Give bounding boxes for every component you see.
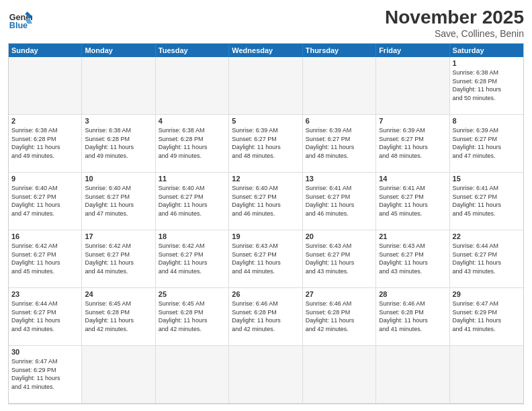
day-info: Sunrise: 6:38 AM Sunset: 6:28 PM Dayligh… (85, 126, 152, 160)
day-cell-11: 11Sunrise: 6:40 AM Sunset: 6:27 PM Dayli… (156, 173, 229, 230)
day-cell-26: 26Sunrise: 6:46 AM Sunset: 6:28 PM Dayli… (229, 288, 302, 346)
day-number: 3 (85, 117, 152, 125)
day-info: Sunrise: 6:46 AM Sunset: 6:28 PM Dayligh… (306, 300, 373, 333)
day-cell-25: 25Sunrise: 6:45 AM Sunset: 6:28 PM Dayli… (156, 288, 229, 346)
day-number: 1 (453, 59, 521, 67)
day-cell-24: 24Sunrise: 6:45 AM Sunset: 6:28 PM Dayli… (82, 288, 155, 346)
day-info: Sunrise: 6:47 AM Sunset: 6:29 PM Dayligh… (453, 300, 521, 333)
svg-text:Blue: Blue (9, 21, 28, 30)
day-cell-4: 4Sunrise: 6:38 AM Sunset: 6:28 PM Daylig… (156, 115, 229, 173)
day-info: Sunrise: 6:41 AM Sunset: 6:27 PM Dayligh… (453, 184, 521, 218)
day-cell-14: 14Sunrise: 6:41 AM Sunset: 6:27 PM Dayli… (376, 173, 449, 230)
day-info: Sunrise: 6:43 AM Sunset: 6:27 PM Dayligh… (306, 242, 373, 275)
day-cell-5: 5Sunrise: 6:39 AM Sunset: 6:27 PM Daylig… (229, 115, 302, 173)
day-number: 23 (11, 290, 79, 298)
title-block: November 2025 Save, Collines, Benin (385, 7, 524, 39)
day-cell-23: 23Sunrise: 6:44 AM Sunset: 6:27 PM Dayli… (9, 288, 82, 346)
day-number: 8 (453, 117, 521, 125)
day-cell-20: 20Sunrise: 6:43 AM Sunset: 6:27 PM Dayli… (303, 230, 376, 288)
calendar-body: 1Sunrise: 6:38 AM Sunset: 6:28 PM Daylig… (9, 57, 523, 404)
day-cell-17: 17Sunrise: 6:42 AM Sunset: 6:27 PM Dayli… (82, 230, 155, 288)
day-info: Sunrise: 6:40 AM Sunset: 6:27 PM Dayligh… (232, 184, 299, 218)
day-cell-28: 28Sunrise: 6:46 AM Sunset: 6:28 PM Dayli… (376, 288, 449, 346)
day-info: Sunrise: 6:39 AM Sunset: 6:27 PM Dayligh… (306, 126, 373, 160)
day-info: Sunrise: 6:42 AM Sunset: 6:27 PM Dayligh… (85, 242, 152, 275)
day-number: 17 (85, 232, 152, 240)
day-info: Sunrise: 6:38 AM Sunset: 6:28 PM Dayligh… (453, 68, 521, 102)
day-number: 10 (85, 175, 152, 183)
day-info: Sunrise: 6:45 AM Sunset: 6:28 PM Dayligh… (159, 300, 226, 333)
empty-cell (82, 57, 155, 115)
weekday-header-sunday: Sunday (9, 44, 82, 57)
day-info: Sunrise: 6:40 AM Sunset: 6:27 PM Dayligh… (11, 184, 79, 218)
day-number: 20 (306, 232, 373, 240)
day-cell-16: 16Sunrise: 6:42 AM Sunset: 6:27 PM Dayli… (9, 230, 82, 288)
empty-cell (9, 57, 82, 115)
calendar-header: SundayMondayTuesdayWednesdayThursdayFrid… (9, 44, 523, 57)
day-cell-3: 3Sunrise: 6:38 AM Sunset: 6:28 PM Daylig… (82, 115, 155, 173)
day-number: 4 (159, 117, 226, 125)
day-number: 15 (453, 175, 521, 183)
day-number: 19 (232, 232, 299, 240)
day-info: Sunrise: 6:46 AM Sunset: 6:28 PM Dayligh… (232, 300, 299, 333)
day-cell-27: 27Sunrise: 6:46 AM Sunset: 6:28 PM Dayli… (303, 288, 376, 346)
day-info: Sunrise: 6:46 AM Sunset: 6:28 PM Dayligh… (379, 300, 446, 333)
empty-cell (156, 57, 229, 115)
day-cell-7: 7Sunrise: 6:39 AM Sunset: 6:27 PM Daylig… (376, 115, 449, 173)
month-title: November 2025 (385, 7, 524, 28)
day-cell-2: 2Sunrise: 6:38 AM Sunset: 6:28 PM Daylig… (9, 115, 82, 173)
day-cell-6: 6Sunrise: 6:39 AM Sunset: 6:27 PM Daylig… (303, 115, 376, 173)
day-number: 6 (306, 117, 373, 125)
day-number: 14 (379, 175, 446, 183)
day-cell-10: 10Sunrise: 6:40 AM Sunset: 6:27 PM Dayli… (82, 173, 155, 230)
day-number: 13 (306, 175, 373, 183)
weekday-header-thursday: Thursday (303, 44, 376, 57)
empty-cell (376, 346, 449, 404)
empty-cell (229, 346, 302, 404)
day-number: 27 (306, 290, 373, 298)
page: General Blue November 2025 Save, Colline… (0, 0, 532, 411)
day-cell-19: 19Sunrise: 6:43 AM Sunset: 6:27 PM Dayli… (229, 230, 302, 288)
day-info: Sunrise: 6:43 AM Sunset: 6:27 PM Dayligh… (379, 242, 446, 275)
empty-cell (450, 346, 523, 404)
day-info: Sunrise: 6:40 AM Sunset: 6:27 PM Dayligh… (159, 184, 226, 218)
day-cell-8: 8Sunrise: 6:39 AM Sunset: 6:27 PM Daylig… (450, 115, 523, 173)
day-number: 24 (85, 290, 152, 298)
day-info: Sunrise: 6:44 AM Sunset: 6:27 PM Dayligh… (11, 300, 79, 333)
day-number: 11 (159, 175, 226, 183)
day-info: Sunrise: 6:42 AM Sunset: 6:27 PM Dayligh… (11, 242, 79, 275)
day-number: 12 (232, 175, 299, 183)
day-info: Sunrise: 6:38 AM Sunset: 6:28 PM Dayligh… (159, 126, 226, 160)
logo-icon: General Blue (8, 7, 32, 31)
day-number: 30 (11, 348, 79, 356)
weekday-header-saturday: Saturday (450, 44, 523, 57)
day-info: Sunrise: 6:39 AM Sunset: 6:27 PM Dayligh… (232, 126, 299, 160)
day-info: Sunrise: 6:42 AM Sunset: 6:27 PM Dayligh… (159, 242, 226, 275)
day-cell-9: 9Sunrise: 6:40 AM Sunset: 6:27 PM Daylig… (9, 173, 82, 230)
empty-cell (376, 57, 449, 115)
weekday-header-monday: Monday (82, 44, 155, 57)
day-cell-15: 15Sunrise: 6:41 AM Sunset: 6:27 PM Dayli… (450, 173, 523, 230)
weekday-header-friday: Friday (376, 44, 449, 57)
day-info: Sunrise: 6:45 AM Sunset: 6:28 PM Dayligh… (85, 300, 152, 333)
day-cell-12: 12Sunrise: 6:40 AM Sunset: 6:27 PM Dayli… (229, 173, 302, 230)
day-info: Sunrise: 6:47 AM Sunset: 6:29 PM Dayligh… (11, 357, 79, 391)
logo: General Blue (8, 7, 32, 31)
weekday-header-tuesday: Tuesday (156, 44, 229, 57)
empty-cell (303, 346, 376, 404)
day-info: Sunrise: 6:43 AM Sunset: 6:27 PM Dayligh… (232, 242, 299, 275)
day-cell-29: 29Sunrise: 6:47 AM Sunset: 6:29 PM Dayli… (450, 288, 523, 346)
day-cell-21: 21Sunrise: 6:43 AM Sunset: 6:27 PM Dayli… (376, 230, 449, 288)
header: General Blue November 2025 Save, Colline… (8, 7, 524, 39)
day-info: Sunrise: 6:39 AM Sunset: 6:27 PM Dayligh… (453, 126, 521, 160)
day-cell-18: 18Sunrise: 6:42 AM Sunset: 6:27 PM Dayli… (156, 230, 229, 288)
day-cell-22: 22Sunrise: 6:44 AM Sunset: 6:27 PM Dayli… (450, 230, 523, 288)
day-number: 28 (379, 290, 446, 298)
day-info: Sunrise: 6:41 AM Sunset: 6:27 PM Dayligh… (379, 184, 446, 218)
day-cell-30: 30Sunrise: 6:47 AM Sunset: 6:29 PM Dayli… (9, 346, 82, 404)
day-info: Sunrise: 6:38 AM Sunset: 6:28 PM Dayligh… (11, 126, 79, 160)
empty-cell (303, 57, 376, 115)
day-number: 16 (11, 232, 79, 240)
day-number: 9 (11, 175, 79, 183)
empty-cell (156, 346, 229, 404)
